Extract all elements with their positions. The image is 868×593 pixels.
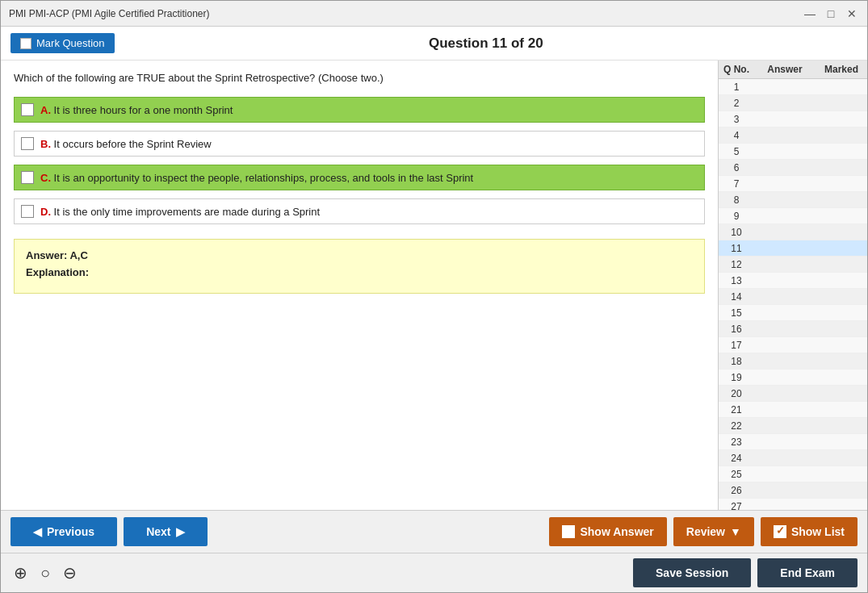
sidebar-row-num: 2 <box>720 98 753 109</box>
sidebar-row-num: 16 <box>720 324 753 335</box>
top-bar: Mark Question Question 11 of 20 <box>1 27 867 61</box>
show-list-check-icon <box>774 525 786 538</box>
zoom-in-button[interactable]: ⊕ <box>10 562 31 584</box>
sidebar-row[interactable]: 19 <box>719 370 867 386</box>
option-c-checkbox <box>21 171 34 184</box>
end-exam-label: End Exam <box>780 566 835 579</box>
titlebar: PMI PMI-ACP (PMI Agile Certified Practit… <box>1 1 867 27</box>
option-c-text: C. It is an opportunity to inspect the p… <box>40 172 473 184</box>
previous-button[interactable]: ◀ Previous <box>10 517 117 546</box>
sidebar-row[interactable]: 18 <box>719 353 867 370</box>
mark-question-button[interactable]: Mark Question <box>10 33 115 53</box>
review-dropdown-icon: ▼ <box>730 525 741 538</box>
end-exam-button[interactable]: End Exam <box>757 558 858 587</box>
sidebar-col-answer: Answer <box>753 64 817 75</box>
content-area: Which of the following are TRUE about th… <box>1 61 867 510</box>
next-button[interactable]: Next ▶ <box>124 517 207 546</box>
sidebar-row[interactable]: 7 <box>719 176 867 192</box>
sidebar-row-num: 6 <box>720 162 753 173</box>
sidebar-row-num: 1 <box>720 81 753 93</box>
sidebar-row[interactable]: 9 <box>719 208 867 224</box>
save-session-button[interactable]: Save Session <box>633 558 751 587</box>
sidebar-row[interactable]: 8 <box>719 192 867 208</box>
mark-button-label: Mark Question <box>36 37 105 49</box>
close-button[interactable]: ✕ <box>845 6 859 21</box>
option-b[interactable]: B. It occurs before the Sprint Review <box>14 131 705 157</box>
footer-bar: ⊕ ○ ⊖ Save Session End Exam <box>1 553 867 592</box>
sidebar-row-num: 15 <box>720 307 753 319</box>
mark-checkbox-icon <box>20 38 31 49</box>
sidebar-row-num: 25 <box>720 469 753 480</box>
option-b-checkbox <box>21 137 34 150</box>
sidebar-row[interactable]: 17 <box>719 337 867 353</box>
sidebar-row[interactable]: 2 <box>719 95 867 111</box>
question-panel: Which of the following are TRUE about th… <box>1 61 718 510</box>
sidebar-row[interactable]: 22 <box>719 418 867 434</box>
sidebar-row-num: 20 <box>720 388 753 399</box>
review-button[interactable]: Review ▼ <box>673 517 754 546</box>
show-answer-checkbox-icon <box>562 525 575 538</box>
sidebar-row[interactable]: 1 <box>719 79 867 95</box>
sidebar-row-num: 11 <box>720 243 753 254</box>
zoom-normal-button[interactable]: ○ <box>37 562 53 584</box>
explanation-label: Explanation: <box>26 266 693 278</box>
next-label: Next <box>146 525 170 538</box>
review-label: Review <box>686 525 725 538</box>
option-b-text: B. It occurs before the Sprint Review <box>40 138 212 150</box>
sidebar-row-num: 26 <box>720 485 753 496</box>
sidebar-row[interactable]: 10 <box>719 224 867 240</box>
sidebar-row[interactable]: 16 <box>719 321 867 337</box>
sidebar-col-qno: Q No. <box>720 64 753 75</box>
sidebar-row[interactable]: 26 <box>719 482 867 499</box>
sidebar-row-num: 9 <box>720 211 753 222</box>
option-a-checkbox <box>21 103 34 116</box>
sidebar-row-num: 27 <box>720 501 753 511</box>
show-list-label: Show List <box>791 525 845 538</box>
show-list-button[interactable]: Show List <box>761 517 858 546</box>
sidebar-row-num: 23 <box>720 436 753 448</box>
sidebar-row-num: 21 <box>720 404 753 416</box>
prev-arrow-icon: ◀ <box>33 525 42 538</box>
sidebar-row-num: 12 <box>720 259 753 270</box>
sidebar-row[interactable]: 5 <box>719 144 867 160</box>
previous-label: Previous <box>47 525 94 538</box>
question-list-sidebar: Q No. Answer Marked 1 2 3 4 5 6 <box>718 61 867 510</box>
sidebar-row[interactable]: 23 <box>719 434 867 450</box>
sidebar-row[interactable]: 13 <box>719 273 867 289</box>
answer-box: Answer: A,C Explanation: <box>14 239 705 294</box>
sidebar-row[interactable]: 6 <box>719 160 867 176</box>
sidebar-row-num: 3 <box>720 114 753 125</box>
sidebar-row-num: 13 <box>720 275 753 286</box>
sidebar-row-num: 10 <box>720 227 753 238</box>
question-text: Which of the following are TRUE about th… <box>14 72 705 84</box>
sidebar-row[interactable]: 4 <box>719 127 867 144</box>
sidebar-row[interactable]: 27 <box>719 499 867 510</box>
sidebar-row-num: 24 <box>720 453 753 464</box>
sidebar-row[interactable]: 25 <box>719 466 867 482</box>
sidebar-row[interactable]: 20 <box>719 386 867 402</box>
sidebar-row[interactable]: 24 <box>719 450 867 466</box>
show-answer-button[interactable]: Show Answer <box>549 517 666 546</box>
sidebar-row-num: 14 <box>720 291 753 303</box>
main-window: PMI PMI-ACP (PMI Agile Certified Practit… <box>0 0 868 593</box>
option-a-text: A. It is three hours for a one month Spr… <box>40 104 233 116</box>
sidebar-row[interactable]: 3 <box>719 111 867 127</box>
option-c[interactable]: C. It is an opportunity to inspect the p… <box>14 165 705 190</box>
minimize-button[interactable]: — <box>803 6 817 21</box>
main-area: Mark Question Question 11 of 20 Which of… <box>1 27 867 592</box>
window-controls: — □ ✕ <box>803 6 859 21</box>
sidebar-row[interactable]: 21 <box>719 402 867 418</box>
sidebar-row-num: 7 <box>720 178 753 190</box>
zoom-out-button[interactable]: ⊖ <box>60 562 80 584</box>
sidebar-row-num: 18 <box>720 356 753 367</box>
option-d[interactable]: D. It is the only time improvements are … <box>14 198 705 224</box>
option-d-text: D. It is the only time improvements are … <box>40 206 320 218</box>
option-a[interactable]: A. It is three hours for a one month Spr… <box>14 97 705 123</box>
next-arrow-icon: ▶ <box>176 525 185 538</box>
sidebar-row[interactable]: 14 <box>719 289 867 305</box>
sidebar-row[interactable]: 12 <box>719 257 867 273</box>
answer-label: Answer: A,C <box>26 249 693 261</box>
maximize-button[interactable]: □ <box>824 6 838 21</box>
sidebar-row[interactable]: 15 <box>719 305 867 321</box>
sidebar-row[interactable]: 11 <box>719 240 867 257</box>
